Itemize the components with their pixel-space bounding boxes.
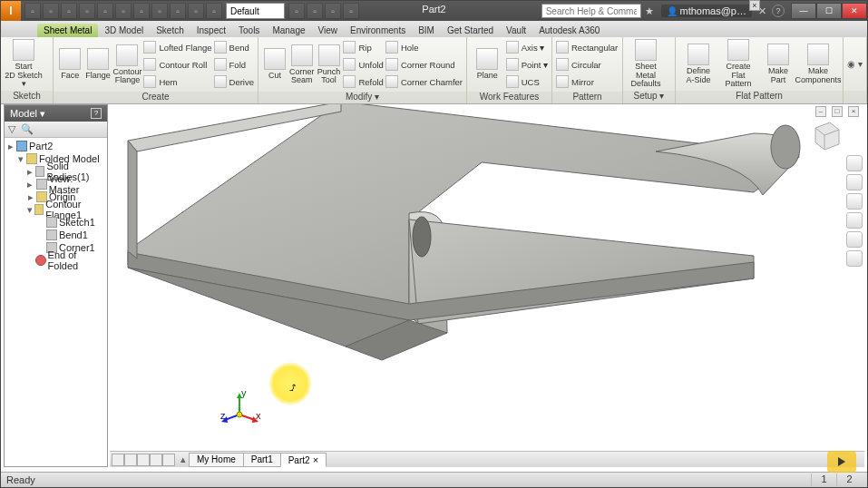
tab-manage[interactable]: Manage — [266, 24, 311, 37]
nav-more-icon[interactable] — [846, 250, 863, 267]
tree-node-part2[interactable]: ▸Part2 — [6, 140, 105, 152]
start-2d-sketch-button[interactable]: Start 2D Sketch ▾ — [5, 39, 43, 89]
pattern-mirror-button[interactable]: Mirror — [556, 73, 618, 90]
tab-autodesk-a360[interactable]: Autodesk A360 — [532, 24, 606, 37]
doctab-close-icon[interactable]: × — [310, 454, 318, 465]
create-hem-button[interactable]: Hem — [143, 73, 211, 90]
close-button[interactable]: ✕ — [842, 3, 867, 19]
doctab-part1[interactable]: Part1 — [243, 453, 281, 467]
filter-icon[interactable]: ▽ — [8, 123, 15, 135]
punch-tool-button[interactable]: Punch Tool — [317, 40, 342, 90]
tree-twisty-icon[interactable]: ▸ — [6, 141, 15, 152]
minimize-button[interactable]: — — [791, 3, 816, 19]
nav-zoom-icon[interactable] — [846, 212, 863, 229]
create-lofted-flange-button[interactable]: Lofted Flange — [143, 39, 211, 55]
tab-vault[interactable]: Vault — [500, 24, 532, 37]
tree-node-end-of-folded[interactable]: End of Folded — [6, 254, 105, 267]
modify-corner-chamfer-button[interactable]: Corner Chamfer — [385, 73, 463, 90]
contour-flange-button[interactable]: Contour Flange — [112, 40, 141, 90]
tree-twisty-icon[interactable]: ▾ — [16, 153, 24, 165]
help-search-input[interactable] — [541, 4, 641, 18]
doctool-0-icon[interactable] — [112, 454, 124, 466]
sheet-metal-defaults-button[interactable]: Sheet Metal Defaults — [627, 39, 665, 89]
tab-scroll-icon[interactable]: ▴ — [177, 454, 190, 465]
tab-3d-model[interactable]: 3D Model — [98, 24, 150, 37]
tab-view[interactable]: View — [312, 24, 345, 37]
modify-refold-button[interactable]: Refold — [343, 73, 383, 90]
qat-color1-icon[interactable]: ▫ — [188, 3, 204, 19]
qat-fx-icon[interactable]: ▫ — [325, 3, 341, 19]
qat-new-icon[interactable]: ▫ — [24, 3, 41, 19]
doctab-my-home[interactable]: My Home — [189, 453, 244, 467]
nav-pan-icon[interactable] — [846, 193, 863, 210]
doctool-2-icon[interactable] — [137, 454, 150, 466]
flat-make-part-button[interactable]: Make Part — [759, 39, 797, 89]
qat-b-icon[interactable]: ▫ — [307, 3, 323, 19]
tree-node-view-master[interactable]: ▸View: Master — [6, 178, 105, 190]
browser-header[interactable]: Model ▾ — [10, 108, 45, 120]
qat-sel-icon[interactable]: ▫ — [133, 3, 150, 19]
qat-undo-icon[interactable]: ▫ — [79, 3, 95, 19]
doctool-4-icon[interactable] — [162, 454, 175, 466]
pattern-circular-button[interactable]: Circular — [556, 56, 618, 73]
tree-node-bend1[interactable]: Bend1 — [6, 229, 105, 241]
tree-node-sketch1[interactable]: Sketch1 — [6, 216, 105, 229]
tab-environments[interactable]: Environments — [344, 24, 412, 37]
tree-twisty-icon[interactable]: ▾ — [26, 204, 33, 216]
nav-home-icon[interactable] — [846, 155, 863, 171]
create-contour-roll-button[interactable]: Contour Roll — [143, 56, 211, 73]
qat-open-icon[interactable]: ▫ — [43, 3, 59, 19]
tree-node-contour-flange1[interactable]: ▾Contour Flange1 — [6, 203, 105, 216]
visual-style-combo[interactable]: Default — [226, 3, 285, 19]
tree-twisty-icon[interactable]: ▸ — [26, 166, 34, 178]
create-derive-button[interactable]: Derive — [214, 73, 254, 90]
help-icon[interactable]: ? — [772, 5, 785, 17]
tab-sheet-metal[interactable]: Sheet Metal — [37, 24, 98, 37]
create-fold-button[interactable]: Fold — [214, 56, 254, 73]
maximize-button[interactable]: ☐ — [816, 3, 842, 19]
face-button[interactable]: Face — [57, 40, 83, 90]
create-bend-button[interactable]: Bend — [214, 39, 254, 55]
tab-sketch[interactable]: Sketch — [150, 24, 190, 37]
app-menu-button[interactable]: I — [1, 1, 21, 21]
nav-orbit-icon[interactable] — [846, 174, 863, 190]
flange-button[interactable]: Flange — [85, 40, 112, 90]
tab-bim[interactable]: BIM — [412, 24, 441, 37]
qat-mat-icon[interactable]: ▫ — [170, 3, 186, 19]
qat-redo-icon[interactable]: ▫ — [97, 3, 113, 19]
tab-get-started[interactable]: Get Started — [441, 24, 500, 37]
flat-make-components-button[interactable]: Make Components — [799, 39, 837, 89]
tree-twisty-icon[interactable]: ▸ — [26, 179, 34, 190]
qat-appr-icon[interactable]: ▫ — [151, 3, 168, 19]
qat-save-icon[interactable]: ▫ — [61, 3, 77, 19]
modify-hole-button[interactable]: Hole — [385, 39, 463, 55]
browser-help-icon[interactable]: ? — [91, 108, 102, 119]
browser-close-icon[interactable]: × — [749, 0, 760, 11]
work-axis--button[interactable]: Axis ▾ — [506, 39, 548, 55]
doctool-1-icon[interactable] — [124, 454, 137, 466]
tab-inspect[interactable]: Inspect — [190, 24, 232, 37]
modify-rip-button[interactable]: Rip — [343, 39, 383, 55]
corner-seam-button[interactable]: Corner Seam — [289, 40, 315, 90]
work-ucs-button[interactable]: UCS — [506, 73, 548, 90]
ribbon-expand-icon[interactable]: ◉ ▾ — [847, 59, 863, 69]
flat-create-flat-pattern-button[interactable]: Create Flat Pattern — [719, 39, 757, 89]
qat-color2-icon[interactable]: ▫ — [206, 3, 222, 19]
view-cube[interactable] — [806, 115, 844, 153]
find-icon[interactable]: 🔍 — [21, 123, 34, 135]
viewport-3d[interactable]: –□× — [110, 104, 864, 451]
pattern-rectangular-button[interactable]: Rectangular — [556, 39, 618, 55]
nav-lookat-icon[interactable] — [846, 231, 863, 248]
user-account-button[interactable]: 👤 mthomas@p… — [661, 5, 752, 17]
flat-define-a-side-button[interactable]: Define A-Side — [679, 39, 717, 89]
modify-unfold-button[interactable]: Unfold — [343, 56, 383, 73]
doctool-3-icon[interactable] — [150, 454, 162, 466]
cut-button[interactable]: Cut — [262, 40, 288, 90]
modify-corner-round-button[interactable]: Corner Round — [385, 56, 463, 73]
qat-home-icon[interactable]: ▫ — [115, 3, 132, 19]
work-point--button[interactable]: Point ▾ — [506, 56, 548, 73]
qat-d-icon[interactable]: ▫ — [343, 3, 359, 19]
tree-twisty-icon[interactable]: ▸ — [26, 191, 34, 203]
tab-tools[interactable]: Tools — [232, 24, 266, 37]
qat-a-icon[interactable]: ▫ — [288, 3, 305, 19]
